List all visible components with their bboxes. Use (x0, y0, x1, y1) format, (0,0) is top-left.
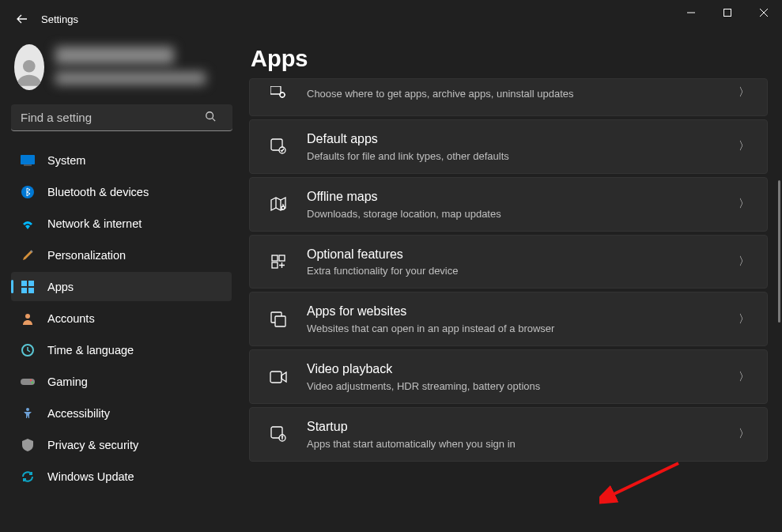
card-title: Video playback (307, 361, 739, 378)
main-content: Apps Choose where to get apps, archive a… (241, 38, 782, 532)
back-button[interactable] (14, 11, 30, 27)
card-desc: Websites that can open in an app instead… (307, 323, 739, 334)
card-apps-for-websites[interactable]: Apps for websites Websites that can open… (249, 292, 768, 346)
svg-rect-8 (24, 164, 32, 166)
card-title: Apps for websites (307, 304, 739, 320)
nav-accessibility[interactable]: Accessibility (11, 398, 232, 428)
svg-rect-26 (279, 255, 285, 261)
nav-system[interactable]: System (11, 145, 232, 175)
nav-label: Accounts (47, 312, 95, 325)
profile-name-blurred (55, 47, 174, 64)
nav-network[interactable]: Network & internet (11, 209, 232, 238)
page-title: Apps (249, 46, 768, 72)
app-title: Settings (41, 13, 78, 25)
nav-personalization[interactable]: Personalization (11, 240, 232, 270)
window-controls (673, 0, 782, 25)
map-icon (269, 194, 288, 213)
svg-rect-27 (272, 262, 278, 268)
apps-websites-icon (269, 310, 288, 329)
svg-rect-7 (21, 155, 35, 164)
optional-features-icon (269, 252, 288, 271)
accessibility-icon (21, 406, 35, 421)
nav-privacy-security[interactable]: Privacy & security (11, 430, 232, 459)
nav-label: Network & internet (47, 217, 142, 230)
svg-point-24 (281, 206, 285, 209)
gaming-icon (21, 375, 35, 389)
svg-rect-10 (21, 281, 27, 286)
svg-rect-1 (724, 9, 731, 17)
accounts-icon (21, 311, 35, 326)
nav-label: Accessibility (47, 407, 110, 420)
svg-line-6 (213, 119, 216, 122)
nav-label: Windows Update (47, 470, 134, 483)
card-startup[interactable]: Startup Apps that start automatically wh… (249, 407, 768, 462)
svg-rect-12 (21, 288, 27, 293)
system-icon (21, 153, 35, 168)
card-title: Optional features (307, 247, 739, 263)
svg-rect-20 (270, 86, 281, 94)
svg-rect-13 (28, 288, 34, 293)
advanced-apps-icon (269, 83, 288, 102)
svg-point-14 (25, 314, 30, 319)
nav-list: System Bluetooth & devices Network & int… (11, 145, 232, 491)
sidebar: System Bluetooth & devices Network & int… (0, 38, 241, 532)
profile-block[interactable] (11, 44, 232, 90)
svg-point-21 (280, 92, 285, 97)
minimize-button[interactable] (673, 0, 709, 25)
scrollbar[interactable] (778, 180, 780, 323)
update-icon (21, 470, 35, 484)
nav-label: Time & language (47, 344, 134, 357)
video-icon (269, 368, 288, 387)
search-input[interactable] (11, 104, 232, 131)
nav-label: System (47, 154, 85, 167)
nav-windows-update[interactable]: Windows Update (11, 462, 232, 491)
svg-point-18 (32, 381, 33, 383)
card-optional-features[interactable]: Optional features Extra functionality fo… (249, 235, 768, 289)
apps-icon (21, 280, 35, 294)
default-apps-icon (269, 137, 288, 156)
card-title: Default apps (307, 131, 739, 148)
nav-bluetooth[interactable]: Bluetooth & devices (11, 177, 232, 206)
chevron-right-icon: 〉 (739, 312, 750, 326)
bluetooth-icon (21, 185, 35, 199)
nav-label: Bluetooth & devices (47, 186, 149, 198)
card-title: Startup (307, 419, 739, 436)
nav-label: Gaming (47, 375, 88, 388)
svg-rect-25 (272, 255, 278, 261)
card-desc: Choose where to get apps, archive apps, … (307, 88, 739, 100)
svg-rect-30 (270, 372, 281, 383)
card-advanced-apps[interactable]: Choose where to get apps, archive apps, … (249, 78, 768, 116)
time-language-icon (21, 343, 35, 357)
nav-accounts[interactable]: Accounts (11, 304, 232, 333)
nav-time-language[interactable]: Time & language (11, 335, 232, 364)
profile-email-blurred (55, 72, 206, 85)
svg-point-4 (23, 60, 36, 73)
card-desc: Video adjustments, HDR streaming, batter… (307, 380, 739, 392)
card-desc: Extra functionality for your device (307, 265, 739, 277)
profile-info (55, 47, 232, 88)
titlebar: Settings (0, 0, 782, 38)
nav-apps[interactable]: Apps (11, 272, 232, 301)
chevron-right-icon: 〉 (739, 427, 750, 441)
svg-point-5 (206, 112, 213, 119)
paintbrush-icon (21, 248, 35, 262)
card-offline-maps[interactable]: Offline maps Downloads, storage location… (249, 177, 768, 232)
maximize-button[interactable] (709, 0, 746, 25)
svg-rect-29 (275, 316, 285, 326)
chevron-right-icon: 〉 (739, 197, 750, 211)
card-title: Offline maps (307, 189, 739, 206)
chevron-right-icon: 〉 (739, 370, 750, 384)
search-box[interactable] (11, 104, 232, 131)
svg-line-33 (609, 463, 678, 496)
nav-label: Apps (47, 281, 74, 293)
settings-cards: Choose where to get apps, archive apps, … (249, 78, 768, 462)
svg-point-19 (26, 408, 29, 411)
card-default-apps[interactable]: Default apps Defaults for file and link … (249, 119, 768, 174)
chevron-right-icon: 〉 (739, 255, 750, 269)
avatar (14, 44, 44, 90)
nav-gaming[interactable]: Gaming (11, 367, 232, 396)
chevron-right-icon: 〉 (739, 139, 750, 153)
close-button[interactable] (746, 0, 782, 25)
nav-label: Personalization (47, 249, 126, 262)
card-video-playback[interactable]: Video playback Video adjustments, HDR st… (249, 349, 768, 404)
